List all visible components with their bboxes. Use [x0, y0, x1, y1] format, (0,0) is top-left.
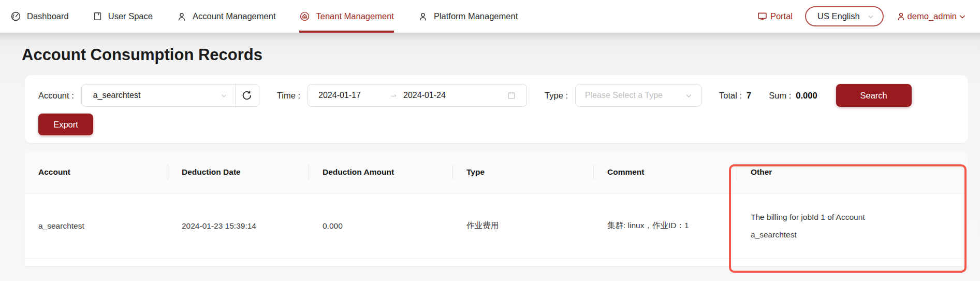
- column-header-comment: Comment: [594, 151, 737, 193]
- type-placeholder: Please Select a Type: [585, 91, 685, 100]
- chevron-down-icon: [220, 92, 228, 100]
- chevron-down-icon: [685, 92, 693, 100]
- page-title: Account Consumption Records: [0, 33, 980, 64]
- portal-link[interactable]: Portal: [757, 11, 793, 22]
- time-label: Time :: [277, 91, 300, 101]
- date-start[interactable]: 2024-01-17: [318, 91, 385, 100]
- notebook-icon: [93, 11, 103, 21]
- username: demo_admin: [908, 11, 957, 21]
- user-icon: [896, 11, 906, 21]
- cell-other: The billing for jobId 1 of Account a_sea…: [737, 193, 968, 258]
- chevron-down-icon: [958, 12, 967, 21]
- dashboard-icon: [10, 11, 21, 22]
- export-button[interactable]: Export: [38, 114, 93, 135]
- date-end[interactable]: 2024-01-24: [403, 91, 502, 100]
- search-button[interactable]: Search: [836, 84, 912, 107]
- account-select-group: a_searchtest: [81, 84, 259, 107]
- total-value: 7: [747, 91, 751, 101]
- table-row[interactable]: a_searchtest 2024-01-23 15:39:14 0.000 作…: [25, 193, 968, 258]
- nav-right: Portal US English demo_admin: [757, 0, 967, 33]
- chevron-down-icon: [867, 13, 874, 20]
- cell-account: a_searchtest: [25, 193, 168, 258]
- nav-item-dashboard[interactable]: Dashboard: [10, 0, 69, 33]
- refresh-icon: [241, 90, 253, 101]
- user-menu[interactable]: demo_admin: [896, 11, 967, 21]
- nav-item-label: Dashboard: [27, 11, 69, 21]
- date-range-picker[interactable]: 2024-01-17 2024-01-24: [308, 84, 527, 107]
- sum-value: 0.000: [796, 91, 817, 101]
- records-table: Account Deduction Date Deduction Amount …: [25, 151, 968, 259]
- cell-comment: 集群: linux，作业ID：1: [594, 193, 737, 258]
- calendar-icon: [507, 91, 516, 100]
- column-header-deduction-date: Deduction Date: [168, 151, 309, 193]
- language-value: US English: [817, 11, 860, 21]
- account-label: Account :: [38, 91, 74, 101]
- tenant-icon: [299, 11, 310, 22]
- table-header-row: Account Deduction Date Deduction Amount …: [25, 151, 968, 193]
- cell-type: 作业费用: [453, 193, 594, 258]
- top-navbar: Dashboard User Space Account Management: [0, 0, 980, 33]
- total-stat: Total : 7: [719, 91, 751, 101]
- filter-toolbar: Account : a_searchtest: [25, 75, 968, 143]
- nav-item-label: Platform Management: [434, 11, 518, 21]
- cell-deduction-amount: 0.000: [309, 193, 453, 258]
- user-icon: [418, 11, 428, 22]
- records-table-card: Account Deduction Date Deduction Amount …: [25, 151, 968, 266]
- arrow-right-icon: [390, 91, 398, 100]
- type-filter: Type : Please Select a Type: [545, 84, 701, 107]
- column-header-other: Other: [737, 151, 968, 193]
- nav-item-platform-management[interactable]: Platform Management: [418, 0, 518, 33]
- nav-item-label: Account Management: [193, 11, 276, 21]
- cell-deduction-date: 2024-01-23 15:39:14: [168, 193, 309, 258]
- type-select[interactable]: Please Select a Type: [575, 84, 701, 107]
- column-header-account: Account: [25, 151, 168, 193]
- type-label: Type :: [545, 91, 568, 101]
- account-select[interactable]: a_searchtest: [82, 85, 235, 106]
- user-icon: [177, 11, 187, 22]
- other-text: The billing for jobId 1 of Account a_sea…: [751, 208, 906, 244]
- nav-item-account-management[interactable]: Account Management: [177, 0, 276, 33]
- nav-item-label: User Space: [108, 11, 153, 21]
- nav-item-tenant-management[interactable]: Tenant Management: [299, 0, 393, 33]
- account-select-value: a_searchtest: [93, 91, 220, 100]
- total-label: Total :: [719, 91, 742, 101]
- nav-item-user-space[interactable]: User Space: [93, 0, 153, 33]
- account-filter: Account : a_searchtest: [38, 84, 259, 107]
- column-header-type: Type: [453, 151, 594, 193]
- column-header-deduction-amount: Deduction Amount: [309, 151, 453, 193]
- nav-items: Dashboard User Space Account Management: [10, 0, 518, 33]
- sum-label: Sum :: [769, 91, 791, 101]
- portal-label: Portal: [770, 11, 793, 21]
- time-filter: Time : 2024-01-17 2024-01-24: [277, 84, 527, 107]
- filter-row: Account : a_searchtest: [38, 84, 955, 107]
- page-content: Account Consumption Records Account : a_…: [0, 33, 980, 281]
- monitor-icon: [757, 11, 768, 22]
- nav-item-label: Tenant Management: [316, 11, 393, 21]
- sum-stat: Sum : 0.000: [769, 91, 817, 101]
- refresh-button[interactable]: [235, 85, 259, 106]
- language-selector[interactable]: US English: [805, 6, 884, 26]
